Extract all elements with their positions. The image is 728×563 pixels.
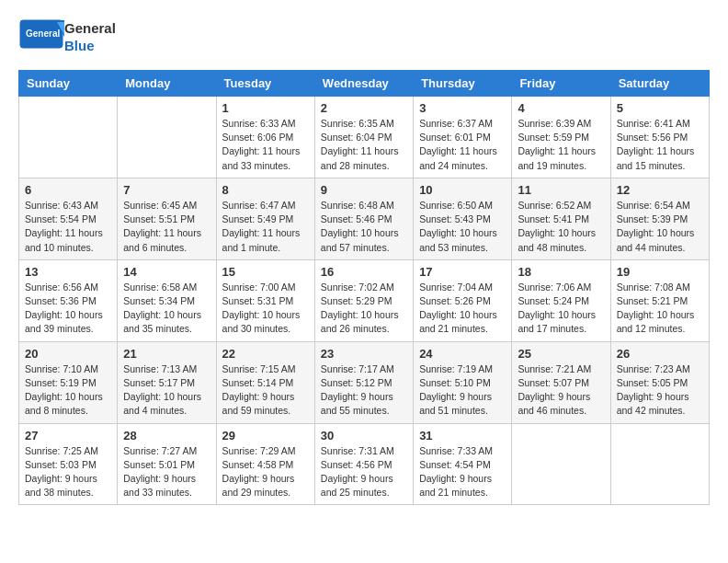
calendar-cell: 8Sunrise: 6:47 AM Sunset: 5:49 PM Daylig… xyxy=(216,178,314,259)
calendar-cell: 2Sunrise: 6:35 AM Sunset: 6:04 PM Daylig… xyxy=(314,97,413,178)
day-number: 29 xyxy=(222,429,309,442)
calendar-week-row: 27Sunrise: 7:25 AM Sunset: 5:03 PM Dayli… xyxy=(19,423,710,505)
day-info: Sunrise: 7:23 AM Sunset: 5:05 PM Dayligh… xyxy=(617,362,703,419)
day-info: Sunrise: 7:29 AM Sunset: 4:58 PM Dayligh… xyxy=(222,444,309,500)
weekday-header: Monday xyxy=(118,71,216,97)
calendar-cell: 21Sunrise: 7:13 AM Sunset: 5:17 PM Dayli… xyxy=(118,341,216,423)
weekday-header: Wednesday xyxy=(314,71,413,97)
calendar-cell: 13Sunrise: 6:56 AM Sunset: 5:36 PM Dayli… xyxy=(19,259,118,341)
weekday-header: Saturday xyxy=(610,71,709,97)
calendar-cell: 30Sunrise: 7:31 AM Sunset: 4:56 PM Dayli… xyxy=(314,423,413,505)
calendar-week-row: 20Sunrise: 7:10 AM Sunset: 5:19 PM Dayli… xyxy=(19,341,710,423)
day-info: Sunrise: 7:27 AM Sunset: 5:01 PM Dayligh… xyxy=(123,444,210,500)
weekday-header: Friday xyxy=(512,71,610,97)
day-number: 2 xyxy=(321,101,407,115)
day-number: 3 xyxy=(419,101,506,115)
calendar-cell: 14Sunrise: 6:58 AM Sunset: 5:34 PM Dayli… xyxy=(118,259,216,341)
day-number: 26 xyxy=(617,347,703,361)
logo-blue-text: Blue xyxy=(64,37,116,55)
day-info: Sunrise: 7:10 AM Sunset: 5:19 PM Dayligh… xyxy=(25,362,111,419)
day-number: 31 xyxy=(419,429,506,442)
weekday-header: Sunday xyxy=(19,71,118,97)
day-number: 6 xyxy=(25,183,111,197)
page-header: General Blue General Blue xyxy=(18,18,710,55)
calendar-cell: 29Sunrise: 7:29 AM Sunset: 4:58 PM Dayli… xyxy=(216,423,314,505)
calendar-cell: 16Sunrise: 7:02 AM Sunset: 5:29 PM Dayli… xyxy=(314,259,413,341)
day-number: 30 xyxy=(321,429,407,442)
logo-general-text: General xyxy=(64,19,116,38)
day-number: 12 xyxy=(617,183,703,197)
calendar-cell xyxy=(19,97,118,178)
day-info: Sunrise: 6:50 AM Sunset: 5:43 PM Dayligh… xyxy=(419,199,506,255)
calendar-cell: 22Sunrise: 7:15 AM Sunset: 5:14 PM Dayli… xyxy=(216,341,314,423)
day-number: 25 xyxy=(518,347,604,361)
calendar-cell: 10Sunrise: 6:50 AM Sunset: 5:43 PM Dayli… xyxy=(414,178,512,259)
calendar-cell: 18Sunrise: 7:06 AM Sunset: 5:24 PM Dayli… xyxy=(512,259,610,341)
logo: General Blue General Blue xyxy=(18,18,116,55)
day-info: Sunrise: 7:19 AM Sunset: 5:10 PM Dayligh… xyxy=(419,362,506,419)
day-number: 19 xyxy=(617,265,703,279)
svg-text:Blue: Blue xyxy=(26,40,46,50)
calendar-cell: 6Sunrise: 6:43 AM Sunset: 5:54 PM Daylig… xyxy=(19,178,118,259)
day-number: 15 xyxy=(222,265,309,279)
calendar-week-row: 1Sunrise: 6:33 AM Sunset: 6:06 PM Daylig… xyxy=(19,97,710,178)
day-number: 9 xyxy=(321,183,407,197)
day-number: 16 xyxy=(321,265,407,279)
day-number: 7 xyxy=(123,183,210,197)
calendar-cell: 27Sunrise: 7:25 AM Sunset: 5:03 PM Dayli… xyxy=(19,423,118,505)
calendar-cell: 4Sunrise: 6:39 AM Sunset: 5:59 PM Daylig… xyxy=(512,97,610,178)
day-info: Sunrise: 6:56 AM Sunset: 5:36 PM Dayligh… xyxy=(25,281,111,337)
day-number: 1 xyxy=(222,101,309,115)
day-info: Sunrise: 7:13 AM Sunset: 5:17 PM Dayligh… xyxy=(123,362,210,419)
day-info: Sunrise: 6:43 AM Sunset: 5:54 PM Dayligh… xyxy=(25,199,111,255)
day-number: 27 xyxy=(25,429,111,442)
day-info: Sunrise: 6:45 AM Sunset: 5:51 PM Dayligh… xyxy=(123,199,210,255)
day-info: Sunrise: 7:15 AM Sunset: 5:14 PM Dayligh… xyxy=(222,362,309,419)
day-number: 14 xyxy=(123,265,210,279)
day-info: Sunrise: 7:00 AM Sunset: 5:31 PM Dayligh… xyxy=(222,281,309,337)
day-info: Sunrise: 6:39 AM Sunset: 5:59 PM Dayligh… xyxy=(518,117,604,173)
day-info: Sunrise: 7:21 AM Sunset: 5:07 PM Dayligh… xyxy=(518,362,604,419)
day-number: 20 xyxy=(25,347,111,361)
day-number: 13 xyxy=(25,265,111,279)
calendar-cell: 24Sunrise: 7:19 AM Sunset: 5:10 PM Dayli… xyxy=(414,341,512,423)
day-number: 17 xyxy=(419,265,506,279)
day-number: 18 xyxy=(518,265,604,279)
calendar-cell: 1Sunrise: 6:33 AM Sunset: 6:06 PM Daylig… xyxy=(216,97,314,178)
day-info: Sunrise: 6:37 AM Sunset: 6:01 PM Dayligh… xyxy=(419,117,506,173)
calendar-table: SundayMondayTuesdayWednesdayThursdayFrid… xyxy=(18,70,710,505)
day-number: 21 xyxy=(123,347,210,361)
calendar-cell: 20Sunrise: 7:10 AM Sunset: 5:19 PM Dayli… xyxy=(19,341,118,423)
day-info: Sunrise: 7:06 AM Sunset: 5:24 PM Dayligh… xyxy=(518,281,604,337)
day-number: 10 xyxy=(419,183,506,197)
day-info: Sunrise: 7:02 AM Sunset: 5:29 PM Dayligh… xyxy=(321,281,407,337)
day-number: 23 xyxy=(321,347,407,361)
day-info: Sunrise: 7:33 AM Sunset: 4:54 PM Dayligh… xyxy=(419,444,506,500)
calendar-cell: 23Sunrise: 7:17 AM Sunset: 5:12 PM Dayli… xyxy=(314,341,413,423)
day-info: Sunrise: 7:08 AM Sunset: 5:21 PM Dayligh… xyxy=(617,281,703,337)
day-number: 24 xyxy=(419,347,506,361)
calendar-cell: 26Sunrise: 7:23 AM Sunset: 5:05 PM Dayli… xyxy=(610,341,709,423)
day-number: 11 xyxy=(518,183,604,197)
day-number: 28 xyxy=(123,429,210,442)
calendar-cell: 19Sunrise: 7:08 AM Sunset: 5:21 PM Dayli… xyxy=(610,259,709,341)
calendar-week-row: 6Sunrise: 6:43 AM Sunset: 5:54 PM Daylig… xyxy=(19,178,710,259)
day-number: 8 xyxy=(222,183,309,197)
day-info: Sunrise: 6:47 AM Sunset: 5:49 PM Dayligh… xyxy=(222,199,309,255)
calendar-cell xyxy=(118,97,216,178)
day-info: Sunrise: 7:04 AM Sunset: 5:26 PM Dayligh… xyxy=(419,281,506,337)
day-number: 5 xyxy=(617,101,703,115)
calendar-cell: 7Sunrise: 6:45 AM Sunset: 5:51 PM Daylig… xyxy=(118,178,216,259)
calendar-cell: 25Sunrise: 7:21 AM Sunset: 5:07 PM Dayli… xyxy=(512,341,610,423)
calendar-header-row: SundayMondayTuesdayWednesdayThursdayFrid… xyxy=(19,71,710,97)
calendar-cell: 17Sunrise: 7:04 AM Sunset: 5:26 PM Dayli… xyxy=(414,259,512,341)
calendar-cell: 15Sunrise: 7:00 AM Sunset: 5:31 PM Dayli… xyxy=(216,259,314,341)
day-info: Sunrise: 7:17 AM Sunset: 5:12 PM Dayligh… xyxy=(321,362,407,419)
weekday-header: Tuesday xyxy=(216,71,314,97)
calendar-cell: 28Sunrise: 7:27 AM Sunset: 5:01 PM Dayli… xyxy=(118,423,216,505)
logo-svg: General Blue xyxy=(18,18,64,55)
calendar-cell: 12Sunrise: 6:54 AM Sunset: 5:39 PM Dayli… xyxy=(610,178,709,259)
day-info: Sunrise: 6:52 AM Sunset: 5:41 PM Dayligh… xyxy=(518,199,604,255)
calendar-cell: 9Sunrise: 6:48 AM Sunset: 5:46 PM Daylig… xyxy=(314,178,413,259)
day-info: Sunrise: 7:31 AM Sunset: 4:56 PM Dayligh… xyxy=(321,444,407,500)
